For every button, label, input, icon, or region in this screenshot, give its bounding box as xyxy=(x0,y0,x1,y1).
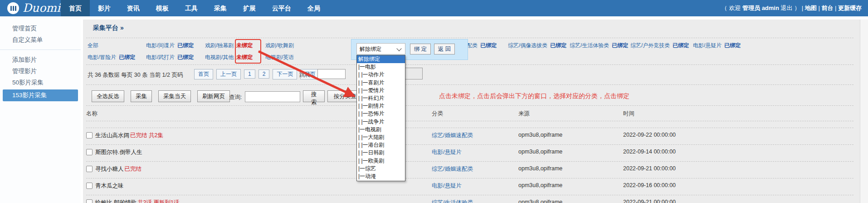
category-link[interactable]: 电影/冒险片 xyxy=(88,54,116,60)
scrollbar[interactable] xyxy=(860,20,868,203)
divider-dashed xyxy=(86,178,853,178)
row-time: 2022-09-22 00:00:00 xyxy=(623,132,676,138)
dropdown-option[interactable]: | |一战争片 xyxy=(357,118,405,126)
divider-dashed xyxy=(86,128,853,128)
category-item[interactable]: 综艺/户外竞技类已绑定 xyxy=(630,42,689,50)
category-link[interactable]: 电视剧/英语 xyxy=(265,54,294,60)
category-item[interactable]: 电影/悬疑片已绑定 xyxy=(693,42,741,50)
dropdown-option[interactable]: |一综艺 xyxy=(357,165,405,173)
top-nav-item[interactable]: 影片 xyxy=(90,0,119,16)
row-checkbox[interactable] xyxy=(86,132,93,139)
toolbar-button[interactable]: 刷新网页 xyxy=(197,90,230,102)
category-status[interactable]: 已绑定 xyxy=(177,54,194,60)
welcome-text: 退出 ） xyxy=(779,5,800,11)
toolbar-button[interactable]: 全选反选 xyxy=(92,90,124,102)
sidebar-item[interactable]: 管理影片 xyxy=(0,65,81,77)
top-nav-item[interactable]: 全局 xyxy=(299,0,328,16)
category-status[interactable]: 已绑定 xyxy=(724,42,741,49)
jump-page-input[interactable] xyxy=(317,69,346,79)
sidebar-item[interactable]: 添加影片 xyxy=(0,54,81,65)
category-status[interactable]: 已绑定 xyxy=(480,42,497,49)
row-checkbox[interactable] xyxy=(86,183,93,189)
row-category[interactable]: 综艺/婚姻速配类 xyxy=(432,165,473,173)
category-item[interactable]: 全部 xyxy=(88,42,98,50)
dropdown-option[interactable]: | |一爱情片 xyxy=(357,87,405,94)
category-link[interactable]: 电视剧/其他 xyxy=(205,54,234,60)
category-link[interactable]: 戏剧/独幕剧 xyxy=(205,42,234,49)
sidebar-item[interactable]: 50影片采集 xyxy=(0,77,81,88)
bind-button[interactable]: 绑 定 xyxy=(410,44,431,54)
row-category[interactable]: 综艺/婚姻速配类 xyxy=(432,132,473,139)
page-button[interactable]: 首页 xyxy=(194,69,213,79)
category-link[interactable]: 综艺/生活体验类 xyxy=(570,42,609,49)
dropdown-option[interactable]: | |一剧情片 xyxy=(357,102,405,110)
row-category[interactable]: 电影/悬疑片 xyxy=(432,182,462,190)
category-link[interactable]: 综艺/户外竞技类 xyxy=(630,42,670,49)
dropdown-option[interactable]: | |一喜剧片 xyxy=(357,79,405,87)
dropdown-option[interactable]: 解除绑定 xyxy=(357,55,405,63)
dropdown-option[interactable]: | |一大陆剧 xyxy=(357,134,405,141)
page-button[interactable]: 上一页 xyxy=(216,69,241,79)
category-link[interactable]: 戏剧/歌舞剧 xyxy=(265,42,294,49)
category-status[interactable]: 已绑定 xyxy=(177,42,194,49)
page-button[interactable]: 1 xyxy=(244,69,255,79)
top-nav-item[interactable]: 首页 xyxy=(61,0,90,16)
row-name: 给鲍比.郎的情歌 xyxy=(95,199,137,203)
dropdown-option[interactable]: | |一欧美剧 xyxy=(357,157,405,165)
category-status[interactable]: 已绑定 xyxy=(673,42,689,49)
top-nav-item[interactable]: 模板 xyxy=(148,0,177,16)
row-checkbox[interactable] xyxy=(86,166,93,172)
row-source: opm3u8,opiframe xyxy=(518,199,562,203)
query-input[interactable] xyxy=(245,91,300,102)
category-item[interactable]: 电影/武打片已绑定 xyxy=(146,54,194,61)
row-category[interactable]: 电影/悬疑片 xyxy=(432,149,462,156)
back-button[interactable]: 返 回 xyxy=(434,44,455,54)
category-status[interactable]: 已绑定 xyxy=(612,42,628,49)
category-item[interactable]: 电视剧/英语 xyxy=(265,54,294,61)
welcome-text: 管理员 admin xyxy=(742,5,779,11)
category-select[interactable]: 解除绑定 xyxy=(356,43,405,54)
screen: DuomiCms 首页影片资讯模板工具采集扩展云平台全局 （ 欢迎 管理员 ad… xyxy=(0,0,868,203)
dropdown-option[interactable]: | |一科幻片 xyxy=(357,94,405,102)
page-button[interactable]: 2 xyxy=(258,69,270,79)
category-link[interactable]: 电影/武打片 xyxy=(146,54,175,60)
category-link[interactable]: 电影/间谍片 xyxy=(146,42,175,49)
dropdown-option[interactable]: | |一港台剧 xyxy=(357,141,405,149)
category-item[interactable]: 电影/冒险片已绑定 xyxy=(88,54,135,61)
row-category[interactable]: 综艺/生活体验类 xyxy=(432,199,473,203)
dropdown-option[interactable]: |一电视剧 xyxy=(357,126,405,134)
category-link[interactable]: 综艺/偶像选拔类 xyxy=(508,42,547,49)
category-item[interactable]: 电影/间谍片已绑定 xyxy=(146,42,194,50)
dropdown-option[interactable]: | |一恐怖片 xyxy=(357,110,405,118)
category-item[interactable]: 综艺/生活体验类已绑定 xyxy=(570,42,628,50)
sidebar-item[interactable]: 153影片采集 xyxy=(3,89,78,101)
row-checkbox[interactable] xyxy=(86,149,93,155)
dropdown-option[interactable]: | |一动作片 xyxy=(357,71,405,79)
toolbar-button[interactable]: 采集 xyxy=(131,90,152,102)
page-button[interactable]: 下一页 xyxy=(273,69,297,79)
toolbar-button[interactable]: 采集当天 xyxy=(158,90,191,102)
dropdown-option[interactable]: |一电影 xyxy=(357,63,405,71)
category-item[interactable]: 戏剧/歌舞剧 xyxy=(265,42,294,50)
top-nav-item[interactable]: 扩展 xyxy=(235,0,264,16)
category-status[interactable]: 已绑定 xyxy=(550,42,566,49)
sidebar-item[interactable]: 自定义菜单 xyxy=(0,34,81,45)
row-source: opm3u8,opiframe xyxy=(518,132,562,138)
dropdown-option[interactable]: |一动漫 xyxy=(357,173,405,180)
category-link[interactable]: 电影/悬疑片 xyxy=(693,42,722,49)
search-button[interactable]: 搜 索 xyxy=(303,90,325,102)
top-nav-item[interactable]: 工具 xyxy=(177,0,206,16)
dropdown-option[interactable]: | |一日韩剧 xyxy=(357,149,405,157)
sidebar-item[interactable]: 管理首页 xyxy=(0,23,81,34)
category-link[interactable]: 全部 xyxy=(88,42,98,49)
top-link[interactable]: 前台 xyxy=(821,5,833,11)
top-link[interactable]: 地图 xyxy=(805,5,817,11)
category-item[interactable]: 综艺/偶像选拔类已绑定 xyxy=(508,42,566,50)
top-nav-item[interactable]: 采集 xyxy=(206,0,235,16)
row-checkbox[interactable] xyxy=(86,199,93,203)
category-status[interactable]: 已绑定 xyxy=(119,54,135,60)
top-nav-item[interactable]: 云平台 xyxy=(264,0,299,16)
top-nav-item[interactable]: 资讯 xyxy=(119,0,148,16)
top-link[interactable]: 更新缓存 xyxy=(838,5,862,11)
row-status-badge: 已完结 共2集 xyxy=(130,132,163,139)
